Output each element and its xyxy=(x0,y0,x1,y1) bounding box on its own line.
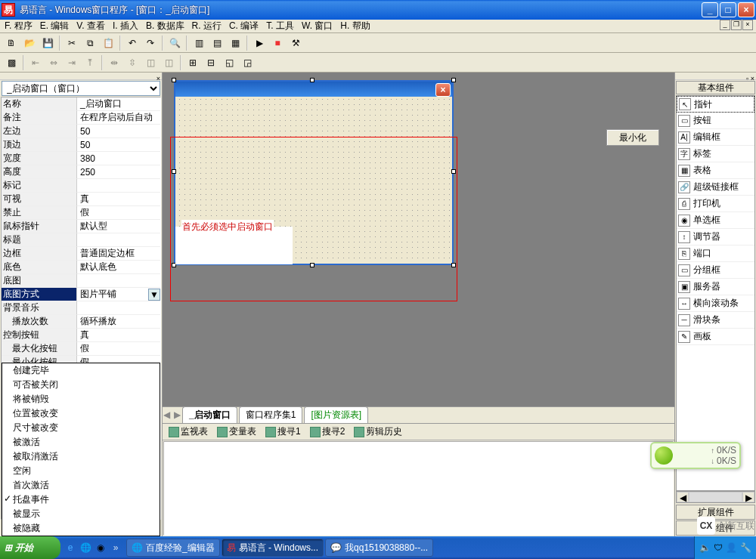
task-elang[interactable]: 易易语言 - Windows... xyxy=(222,539,324,557)
event-首次激活[interactable]: 首次激活 xyxy=(2,478,160,493)
prop-row-背景音乐[interactable]: 背景音乐 xyxy=(2,301,160,315)
component-画板[interactable]: ✎画板 xyxy=(677,329,754,345)
prop-row-标记[interactable]: 标记 xyxy=(2,179,160,193)
event-空闲[interactable]: 空闲 xyxy=(2,464,160,478)
dbg-clip[interactable]: 剪辑历史 xyxy=(351,425,405,439)
prop-row-控制按钮[interactable]: 控制按钮真 xyxy=(2,329,160,342)
preview-button-minimize[interactable]: 最小化 xyxy=(606,129,659,146)
new-icon[interactable]: 🗎 xyxy=(3,35,20,51)
tab-startup-window[interactable]: _启动窗口 xyxy=(182,406,237,423)
cut-icon[interactable]: ✂ xyxy=(64,35,80,51)
layout2-icon[interactable]: ▤ xyxy=(209,35,225,51)
component-按钮[interactable]: ▭按钮 xyxy=(677,113,754,129)
event-托盘事件[interactable]: 托盘事件 xyxy=(2,493,160,507)
debug-body[interactable] xyxy=(163,441,674,536)
ie-icon[interactable]: e xyxy=(64,540,77,555)
right-handle[interactable]: ▫ × xyxy=(675,73,756,80)
menu-insert[interactable]: I. 插入 xyxy=(111,20,140,32)
component-表格[interactable]: ▦表格 xyxy=(677,162,754,179)
align-top-icon[interactable]: ⤒ xyxy=(82,54,98,71)
front-icon[interactable]: ◱ xyxy=(221,54,237,71)
prop-row-标题[interactable]: 标题 xyxy=(2,233,160,247)
paste-icon[interactable]: 📋 xyxy=(100,35,116,51)
component-滑块条[interactable]: ─滑块条 xyxy=(677,312,754,329)
align-center-icon[interactable]: ⇔ xyxy=(45,54,62,71)
stop-icon[interactable]: ■ xyxy=(269,35,286,51)
tray-icon4[interactable]: 🔧 xyxy=(740,542,751,553)
centerh-icon[interactable]: ⊞ xyxy=(184,54,201,71)
chrome-icon[interactable]: ◉ xyxy=(94,540,107,555)
redo-icon[interactable]: ↷ xyxy=(142,35,159,51)
panel-close-icon[interactable]: × xyxy=(156,75,162,82)
event-尺寸被改变[interactable]: 尺寸被改变 xyxy=(2,421,160,435)
maximize-button[interactable]: □ xyxy=(720,2,736,17)
scroll-left-icon[interactable]: ◀ xyxy=(677,492,689,502)
prop-row-播放次数[interactable]: 播放次数循环播放 xyxy=(2,315,160,329)
centerv-icon[interactable]: ⊟ xyxy=(203,54,219,71)
event-可否被关闭[interactable]: 可否被关闭 xyxy=(2,378,160,392)
mdi-close[interactable]: × xyxy=(742,20,753,30)
event-创建完毕[interactable]: 创建完毕 xyxy=(2,363,160,378)
minimize-button[interactable]: _ xyxy=(702,2,718,17)
panel-handle[interactable]: × xyxy=(0,73,162,80)
tab-program-set[interactable]: 窗口程序集1 xyxy=(239,406,303,423)
find-icon[interactable]: 🔍 xyxy=(166,35,183,51)
network-widget[interactable]: ↑ 0K/S↓ 0K/S xyxy=(650,442,741,469)
prop-row-可视[interactable]: 可视真 xyxy=(2,193,160,206)
tab-next-icon[interactable]: ▶ xyxy=(172,407,182,422)
prop-row-顶边[interactable]: 顶边50 xyxy=(2,138,160,152)
component-分组框[interactable]: ▭分组框 xyxy=(677,262,754,279)
menu-run[interactable]: R. 运行 xyxy=(191,20,223,32)
menu-compile[interactable]: C. 编译 xyxy=(228,20,260,32)
dbg-vars[interactable]: 变量表 xyxy=(214,425,259,439)
start-button[interactable]: ⊞ 开始 xyxy=(0,536,60,559)
object-selector[interactable]: _启动窗口（窗口） xyxy=(2,81,160,96)
vspace-icon[interactable]: ⇳ xyxy=(124,54,141,71)
dbg-find1[interactable]: 搜寻1 xyxy=(262,425,304,439)
back-icon[interactable]: ◲ xyxy=(239,54,256,71)
component-端口[interactable]: ⎘端口 xyxy=(677,246,754,262)
component-超级链接框[interactable]: 🔗超级链接框 xyxy=(677,179,754,196)
prop-row-备注[interactable]: 备注在程序启动后自动 xyxy=(2,111,160,125)
event-被显示[interactable]: 被显示 xyxy=(2,507,160,521)
grid-icon[interactable]: ▩ xyxy=(3,54,20,71)
event-dropdown[interactable]: 创建完毕可否被关闭将被销毁位置被改变尺寸被改变被激活被取消激活空闲首次激活托盘事… xyxy=(2,363,160,536)
component-服务器[interactable]: ▣服务器 xyxy=(677,279,754,295)
hspace-icon[interactable]: ⇹ xyxy=(106,54,122,71)
run-icon[interactable]: ▶ xyxy=(251,35,268,51)
menu-tool[interactable]: T. 工具 xyxy=(265,20,296,32)
menu-program[interactable]: F. 程序 xyxy=(3,20,34,32)
palette-hscroll[interactable]: ◀ ▶ xyxy=(676,491,755,503)
open-icon[interactable]: 📂 xyxy=(21,35,38,51)
event-位置被改变[interactable]: 位置被改变 xyxy=(2,406,160,421)
scroll-right-icon[interactable]: ▶ xyxy=(742,492,754,502)
component-调节器[interactable]: ↕调节器 xyxy=(677,229,754,246)
prop-row-边框[interactable]: 边框普通固定边框 xyxy=(2,247,160,261)
menu-help[interactable]: H. 帮助 xyxy=(339,20,371,32)
browser-icon[interactable]: 🌐 xyxy=(79,540,92,555)
undo-icon[interactable]: ↶ xyxy=(124,35,141,51)
samesize-icon[interactable]: ◫ xyxy=(160,54,177,71)
prop-row-禁止[interactable]: 禁止假 xyxy=(2,206,160,220)
size-icon[interactable]: ◫ xyxy=(142,54,159,71)
prop-row-底图[interactable]: 底图 xyxy=(2,274,160,288)
tray-icon3[interactable]: 👤 xyxy=(726,542,737,553)
task-qq[interactable]: 💬我qq1519038880--... xyxy=(325,539,433,557)
component-单选框[interactable]: ◉单选框 xyxy=(677,212,754,229)
event-被隐藏[interactable]: 被隐藏 xyxy=(2,521,160,536)
system-tray[interactable]: 🔈 🛡 👤 🔧 xyxy=(694,536,756,559)
menu-database[interactable]: B. 数据库 xyxy=(144,20,186,32)
form-designer[interactable]: × 最小化 首先必须选中启动窗口 xyxy=(163,73,674,406)
prop-row-底图方式[interactable]: 底图方式图片平铺▼ xyxy=(2,288,160,301)
save-icon[interactable]: 💾 xyxy=(39,35,56,51)
layout3-icon[interactable]: ▦ xyxy=(227,35,243,51)
prop-row-高度[interactable]: 高度250 xyxy=(2,165,160,179)
mdi-minimize[interactable]: _ xyxy=(720,20,730,30)
component-标签[interactable]: 字标签 xyxy=(677,146,754,162)
mdi-restore[interactable]: ❐ xyxy=(731,20,742,30)
component-指针[interactable]: ↖指针 xyxy=(677,96,754,113)
prop-row-鼠标指针[interactable]: 鼠标指针默认型 xyxy=(2,220,160,233)
menu-window[interactable]: W. 窗口 xyxy=(300,20,334,32)
task-baidu[interactable]: 🌐百度经验_编辑器 xyxy=(126,539,220,557)
component-palette[interactable]: ↖指针▭按钮A|编辑框字标签▦表格🔗超级链接框⎙打印机◉单选框↕调节器⎘端口▭分… xyxy=(676,95,755,491)
